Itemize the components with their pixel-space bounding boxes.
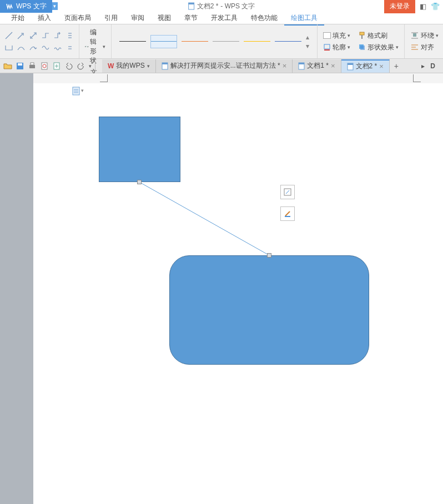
shape-elbow-arrow[interactable] <box>52 30 63 41</box>
align-icon <box>410 43 419 52</box>
svg-rect-1 <box>189 3 194 4</box>
menu-insert[interactable]: 插入 <box>31 12 58 24</box>
shape-more2[interactable] <box>64 42 75 53</box>
svg-rect-22 <box>18 63 22 65</box>
tab-long-doc[interactable]: 解决打开网页提示安...证书过期方法 * × <box>156 59 293 73</box>
svg-rect-10 <box>361 35 363 39</box>
tab-doc2[interactable]: 文档2 * × <box>341 59 390 73</box>
floating-format-button[interactable] <box>280 206 295 221</box>
shape-freeform[interactable] <box>40 42 51 53</box>
tab-close-icon[interactable]: × <box>331 62 335 70</box>
quick-access-bar: ▾ W 我的WPS▾ 解决打开网页提示安...证书过期方法 * × 文档1 * … <box>0 59 443 73</box>
shape-elbow[interactable] <box>40 30 51 41</box>
menu-view[interactable]: 视图 <box>151 12 178 24</box>
connector-handle-start[interactable] <box>137 180 142 184</box>
menu-page-layout[interactable]: 页面布局 <box>58 12 98 24</box>
menu-dev[interactable]: 开发工具 <box>204 12 244 24</box>
align-button[interactable]: 对齐 <box>410 43 439 52</box>
line-gallery-up[interactable]: ▴ <box>306 33 309 41</box>
open-icon[interactable] <box>3 62 12 70</box>
tab-close-icon[interactable]: × <box>379 62 384 70</box>
outline-button[interactable]: 轮廓▾ <box>323 43 350 52</box>
document-icon <box>298 62 305 70</box>
tab-doc1[interactable]: 文档1 * × <box>293 59 341 73</box>
line-gallery-down[interactable]: ▾ <box>306 42 309 50</box>
svg-rect-12 <box>324 49 330 51</box>
menu-references[interactable]: 引用 <box>98 12 124 24</box>
svg-rect-40 <box>285 216 290 217</box>
tab-close-icon[interactable]: × <box>283 62 287 70</box>
connector-handle-end[interactable] <box>267 253 271 258</box>
fill-button[interactable]: 填充▾ <box>323 31 350 41</box>
skin-icon[interactable]: ◧ <box>420 2 426 11</box>
line-style-blue2[interactable] <box>275 35 301 48</box>
shape-effect-button[interactable]: 形状效果▾ <box>358 43 399 52</box>
svg-line-3 <box>18 33 23 39</box>
menu-draw-tools[interactable]: 绘图工具 <box>284 12 324 26</box>
svg-point-5 <box>85 46 85 47</box>
shape-elbow2[interactable] <box>3 42 14 53</box>
format-painter-button[interactable]: 格式刷 <box>358 31 387 41</box>
wrap-icon <box>410 31 419 40</box>
print-icon[interactable] <box>28 62 37 70</box>
ribbon-group-lines: ▴ ▾ <box>112 24 318 58</box>
document-icon <box>188 2 195 10</box>
export-icon[interactable] <box>52 62 61 70</box>
shape-line[interactable] <box>3 30 14 41</box>
shape-double-arrow[interactable] <box>28 30 39 41</box>
document-tabs: W 我的WPS▾ 解决打开网页提示安...证书过期方法 * × 文档1 * × … <box>102 59 440 73</box>
rectangle-shape[interactable] <box>99 117 180 182</box>
edit-shape-icon <box>85 43 88 51</box>
rounded-rectangle-shape[interactable] <box>169 255 369 365</box>
menu-review[interactable]: 审阅 <box>124 12 151 24</box>
line-style-yellow[interactable] <box>244 35 270 48</box>
margin-mark-left <box>100 74 108 82</box>
undo-icon[interactable] <box>64 62 73 70</box>
shape-curve-arrow[interactable] <box>28 42 39 53</box>
floating-edit-button[interactable] <box>280 185 295 199</box>
preview-icon[interactable] <box>40 62 49 70</box>
shape-curve[interactable] <box>16 42 27 53</box>
tab-d-icon[interactable]: D <box>430 62 435 70</box>
workspace: ▾ <box>0 73 443 504</box>
app-menu-button[interactable]: WPS 文字 <box>0 0 52 13</box>
app-menu-dropdown[interactable]: ▾ <box>52 2 58 10</box>
document-icon <box>347 63 354 70</box>
svg-rect-33 <box>348 63 353 65</box>
login-button[interactable]: 未登录 <box>384 0 415 13</box>
menu-chapter[interactable]: 章节 <box>178 12 204 24</box>
wps-w-icon: W <box>108 62 114 70</box>
app-menu-label: WPS 文字 <box>16 2 47 11</box>
ribbon-group-arrange: 环绕▾ 对齐 <box>405 24 443 58</box>
quickbar-more[interactable]: ▾ <box>89 63 92 69</box>
line-style-gray[interactable] <box>213 35 239 48</box>
tab-add-button[interactable]: + <box>390 62 403 70</box>
ribbon-group-edit: 编辑形状▾ A 文本框▾ <box>79 24 112 58</box>
ribbon-group-style: 填充▾ 格式刷 轮廓▾ 形状效果▾ <box>318 24 405 58</box>
save-icon[interactable] <box>16 62 24 70</box>
svg-rect-11 <box>324 44 330 49</box>
document-page[interactable]: ▾ <box>33 73 443 504</box>
svg-rect-24 <box>31 63 34 65</box>
shape-more[interactable] <box>64 30 75 41</box>
tab-overflow-icon[interactable]: ▸ <box>421 62 425 70</box>
shape-arrow[interactable] <box>16 30 27 41</box>
shape-effect-icon <box>358 43 366 51</box>
redo-icon[interactable] <box>77 62 85 70</box>
line-style-black[interactable] <box>119 35 146 48</box>
svg-rect-29 <box>162 63 168 64</box>
tab-wps-home[interactable]: W 我的WPS▾ <box>102 59 156 73</box>
left-gutter <box>0 73 33 504</box>
line-style-orange[interactable] <box>182 35 208 48</box>
menu-start[interactable]: 开始 <box>4 12 31 24</box>
svg-rect-23 <box>29 65 35 68</box>
pencil-square-icon <box>283 188 292 196</box>
shirt-icon[interactable]: 👕 <box>431 2 440 11</box>
line-style-blue[interactable] <box>150 35 177 48</box>
outline-icon <box>323 43 331 51</box>
menu-bar: 开始 插入 页面布局 引用 审阅 视图 章节 开发工具 特色功能 绘图工具 <box>0 12 443 24</box>
wrap-button[interactable]: 环绕▾ <box>410 31 439 41</box>
shape-scribble[interactable] <box>52 42 63 53</box>
menu-special[interactable]: 特色功能 <box>244 12 284 24</box>
svg-line-4 <box>31 33 36 38</box>
